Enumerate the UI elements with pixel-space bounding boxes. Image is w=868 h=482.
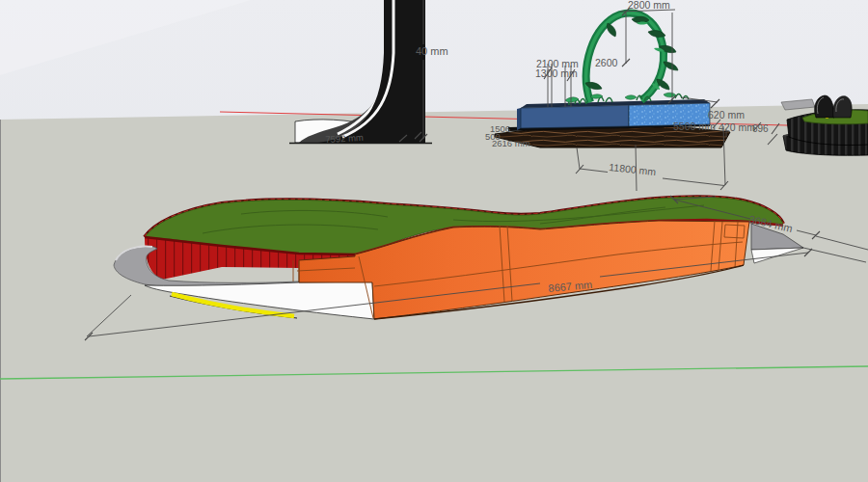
dim-label-planter-end[interactable]: 620 mm [708,110,745,120]
dim-label-planter-b[interactable]: 1300 mm [535,68,578,79]
model-viewport[interactable]: 40 mm 7592 mm 2800 mm 2100 mm 1300 mm 26… [0,0,868,482]
planter-front-left [521,105,629,128]
dim-label-planter-length[interactable]: 5500 mm [673,121,716,132]
planter-side-face [517,108,521,130]
scene-canvas[interactable] [0,0,868,482]
dim-label-right-planter[interactable]: 696 [752,124,769,134]
dim-label-planter-offset[interactable]: 420 mm [719,122,755,133]
dim-label-slab-c[interactable]: 2616 mm [492,139,530,148]
dim-label-monument-height[interactable]: 40 mm [416,46,448,57]
dim-label-monument-width[interactable]: 7592 mm [325,133,364,145]
dim-label-sculpture-height[interactable]: 2800 mm [628,0,670,11]
dim-label-arc-width[interactable]: 2600 [595,58,617,68]
